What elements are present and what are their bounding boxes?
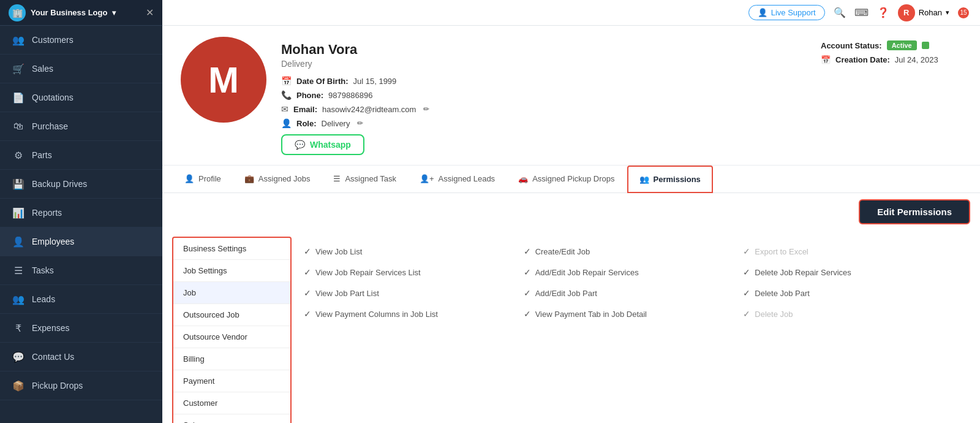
employees-icon: 👤: [12, 235, 24, 248]
perm-cell: ✓Delete Job Repair Services: [743, 264, 958, 281]
sidebar-item-purchase[interactable]: 🛍Purchase: [0, 112, 162, 141]
check-icon: ✓: [524, 267, 531, 277]
leads-icon: 👥: [12, 293, 24, 305]
perm-cell: ✓View Payment Tab in Job Detail: [524, 305, 739, 322]
sidebar-logo[interactable]: 🏢 Your Business Logo ▾: [9, 4, 116, 21]
assigned-pickup-drops-icon: 🚗: [518, 174, 528, 183]
whatsapp-button[interactable]: 💬 Whatsapp: [281, 134, 364, 155]
perm-sidebar-item-job[interactable]: Job: [173, 282, 290, 304]
account-status-row: Account Status: Active: [821, 40, 962, 50]
profile-fields: 📅 Date Of Birth: Jul 15, 1999 📞 Phone: 9…: [281, 76, 806, 128]
perm-sidebar-item-billing[interactable]: Billing: [173, 348, 290, 370]
sidebar-item-reports[interactable]: 📊Reports: [0, 199, 162, 227]
search-icon[interactable]: 🔍: [834, 7, 846, 18]
check-icon: ✓: [743, 246, 750, 256]
profile-icon: 👤: [184, 174, 194, 183]
sidebar-item-label: Expenses: [32, 323, 69, 333]
sidebar-item-label: Pickup Drops: [32, 381, 83, 391]
sidebar-item-label: Sales: [32, 64, 53, 74]
live-support-icon: 👤: [758, 8, 767, 17]
calendar-icon: 📅: [281, 76, 292, 86]
sidebar-item-leads[interactable]: 👥Leads: [0, 285, 162, 314]
profile-role: Delivery: [281, 59, 806, 69]
creation-date-row: 📅 Creation Date: Jul 24, 2023: [821, 55, 962, 64]
sidebar-item-label: Purchase: [32, 121, 68, 131]
topbar: 👤 Live Support 🔍 ⌨ ❓ R Rohan ▾ 15: [162, 0, 980, 26]
chevron-down-icon: ▾: [112, 9, 116, 17]
quotations-icon: 📄: [12, 91, 24, 104]
perm-sidebar-item-payment[interactable]: Payment: [173, 370, 290, 392]
check-icon: ✓: [743, 267, 750, 277]
sidebar-item-quotations[interactable]: 📄Quotations: [0, 83, 162, 112]
sidebar-item-customers[interactable]: 👥Customers: [0, 26, 162, 55]
avatar: R: [898, 4, 915, 21]
help-icon[interactable]: ❓: [877, 7, 889, 18]
keyboard-icon[interactable]: ⌨: [854, 7, 869, 18]
email-field: ✉ Email: hasowiv242@ridteam.com ✏: [281, 104, 806, 114]
perm-row: ✓View Payment Columns in Job List✓View P…: [304, 305, 958, 322]
tabs-bar: 👤Profile💼Assigned Jobs☰Assigned Task👤+As…: [162, 166, 980, 193]
sidebar-item-label: Backup Drives: [32, 179, 87, 189]
assigned-jobs-icon: 💼: [244, 174, 254, 183]
phone-icon: 📞: [281, 90, 292, 100]
check-icon: ✓: [743, 309, 750, 319]
profile-meta: Account Status: Active 📅 Creation Date: …: [821, 37, 962, 69]
sidebar-item-pickup-drops[interactable]: 📦Pickup Drops: [0, 372, 162, 400]
content-area: M Mohan Vora Delivery 📅 Date Of Birth: J…: [162, 26, 980, 423]
edit-email-icon[interactable]: ✏: [423, 105, 429, 113]
parts-icon: ⚙: [12, 149, 24, 161]
tab-assigned-task[interactable]: ☰Assigned Task: [322, 166, 407, 192]
sidebar-item-sales[interactable]: 🛒Sales: [0, 55, 162, 83]
main-content: 👤 Live Support 🔍 ⌨ ❓ R Rohan ▾ 15 M Moha…: [162, 0, 980, 423]
perm-row: ✓View Job List✓Create/Edit Job✓Export to…: [304, 243, 958, 260]
perm-sidebar-item-job-settings[interactable]: Job Settings: [173, 260, 290, 282]
sidebar-item-label: Quotations: [32, 93, 74, 102]
notification-badge[interactable]: 15: [958, 7, 969, 18]
perm-cell: ✓Delete Job: [743, 305, 958, 322]
perm-cell: ✓View Job Part List: [304, 284, 519, 302]
profile-info: Mohan Vora Delivery 📅 Date Of Birth: Jul…: [281, 37, 806, 155]
user-menu[interactable]: R Rohan ▾: [898, 4, 949, 21]
sidebar-item-parts[interactable]: ⚙Parts: [0, 141, 162, 170]
sidebar-item-contact-us[interactable]: 💬Contact Us: [0, 343, 162, 372]
perm-sidebar-item-outsourced-job[interactable]: Outsourced Job: [173, 304, 290, 326]
permissions-icon: 👥: [639, 175, 649, 184]
sidebar-item-label: Parts: [32, 150, 52, 160]
sidebar-header: 🏢 Your Business Logo ▾ ✕: [0, 0, 162, 26]
perm-sidebar-item-outsource-vendor[interactable]: Outsource Vendor: [173, 326, 290, 348]
sidebar-item-employees[interactable]: 👤Employees: [0, 227, 162, 256]
perm-cell: ✓Export to Excel: [743, 243, 958, 260]
perm-sidebar-item-business-settings[interactable]: Business Settings: [173, 238, 290, 260]
tab-assigned-jobs[interactable]: 💼Assigned Jobs: [233, 166, 322, 192]
contact-us-icon: 💬: [12, 351, 24, 363]
pickup-drops-icon: 📦: [12, 379, 24, 392]
perm-cell: ✓View Payment Columns in Job List: [304, 305, 519, 322]
sidebar-item-expenses[interactable]: ₹Expenses: [0, 314, 162, 343]
edit-role-icon[interactable]: ✏: [357, 119, 363, 128]
profile-avatar: M: [181, 37, 266, 123]
assigned-task-icon: ☰: [333, 174, 341, 183]
perm-sidebar-item-sale[interactable]: Sale: [173, 414, 290, 423]
tab-profile[interactable]: 👤Profile: [173, 166, 232, 192]
tab-permissions[interactable]: 👥Permissions: [627, 166, 713, 193]
tab-assigned-pickup-drops[interactable]: 🚗Assigned Pickup Drops: [507, 166, 625, 192]
check-icon: ✓: [304, 246, 311, 256]
reports-icon: 📊: [12, 207, 24, 219]
email-icon: ✉: [281, 104, 288, 114]
permissions-grid: ✓View Job List✓Create/Edit Job✓Export to…: [292, 237, 970, 423]
check-icon: ✓: [304, 288, 311, 298]
edit-permissions-button[interactable]: Edit Permissions: [859, 199, 970, 224]
sidebar-item-label: Tasks: [32, 265, 54, 275]
status-indicator: [922, 42, 929, 49]
live-support-button[interactable]: 👤 Live Support: [748, 5, 825, 20]
check-icon: ✓: [524, 288, 531, 298]
sidebar-item-tasks[interactable]: ☰Tasks: [0, 256, 162, 285]
sidebar-nav: 👥Customers🛒Sales📄Quotations🛍Purchase⚙Par…: [0, 26, 162, 423]
perm-sidebar-item-customer[interactable]: Customer: [173, 392, 290, 414]
tab-assigned-leads[interactable]: 👤+Assigned Leads: [409, 166, 506, 192]
sidebar-item-backup-drives[interactable]: 💾Backup Drives: [0, 170, 162, 199]
check-icon: ✓: [304, 267, 311, 277]
perm-cell: ✓Create/Edit Job: [524, 243, 739, 260]
close-icon[interactable]: ✕: [146, 7, 154, 18]
permissions-sidebar: Business SettingsJob SettingsJobOutsourc…: [172, 237, 292, 423]
